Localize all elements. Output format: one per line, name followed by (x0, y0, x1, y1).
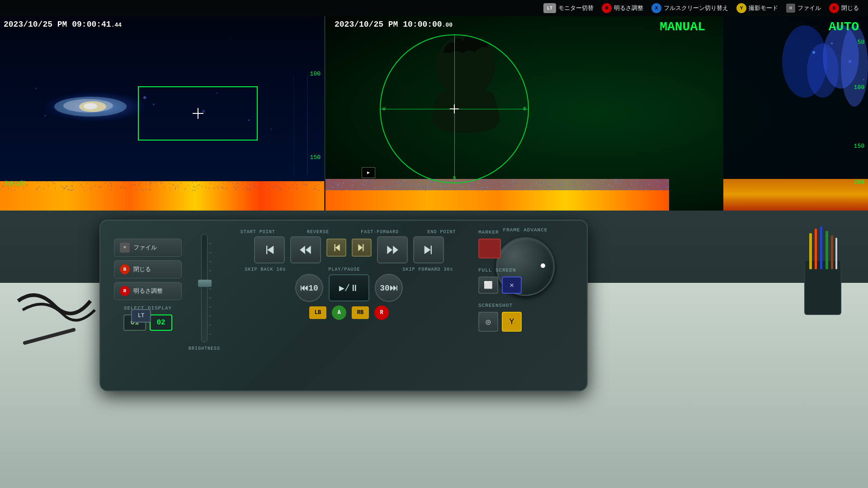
skip-back-small-button[interactable] (326, 239, 346, 257)
lb-button[interactable]: LB (309, 306, 326, 319)
svg-rect-47 (831, 235, 833, 269)
right-play-button[interactable]: ▶ (362, 167, 375, 178)
start-point-label: START POINT (241, 230, 275, 235)
hud-brightness[interactable]: R 明るさ調整 (602, 3, 643, 13)
monitor-left: 2023/10/25 PM 09:00:41.44 100 150 (0, 16, 326, 211)
close-button[interactable]: B 閉じる (114, 260, 182, 278)
fullscreen-label: フルスクリーン切り替え (664, 4, 728, 12)
slider-tick (209, 325, 212, 325)
svg-point-24 (841, 25, 868, 107)
svg-point-26 (831, 42, 833, 44)
svg-rect-43 (809, 233, 812, 269)
b-panel-icon: B (120, 264, 130, 274)
r-transport-button[interactable]: R (374, 305, 389, 320)
scale-50-right: 50 (857, 39, 864, 46)
compass-s: S (453, 175, 456, 181)
start-point-button[interactable] (254, 236, 285, 263)
play-pause-sublabel: PLAY/PAUSE (321, 267, 367, 272)
file-button[interactable]: ≡ ファイル (114, 239, 182, 257)
brightness-label-hud: 明るさ調整 (614, 4, 643, 12)
svg-point-28 (863, 79, 864, 80)
compass-w: W (382, 106, 386, 112)
scale-150-right: 150 (854, 143, 864, 150)
lt-panel-button[interactable]: LT (131, 309, 151, 323)
fullscreen-x-button[interactable]: ✕ (502, 277, 522, 294)
transport-controls: START POINT REVERSE FAST-FORWARD END POI… (227, 230, 471, 323)
fullscreen-buttons: ⬜ ✕ (478, 277, 578, 294)
hud-photo-mode[interactable]: Y 撮影モード (736, 3, 778, 13)
hud-monitor-switch[interactable]: LT モニター切替 (543, 3, 594, 13)
screenshot-section: SCREENSHOT ◎ Y (478, 303, 578, 332)
svg-marker-33 (306, 246, 311, 254)
svg-marker-41 (431, 246, 432, 254)
scale-100-right: 100 (854, 84, 864, 91)
crosshair-right-icon (450, 104, 459, 113)
panel-left: ≡ ファイル B 閉じる R 明るさ調整 SELECT DISPLAY 01 0… (114, 239, 182, 331)
screenshot-camera-button[interactable]: ◎ (478, 312, 498, 332)
y-icon: Y (736, 3, 746, 13)
right-waveform-svg (723, 16, 868, 211)
svg-marker-37 (358, 244, 363, 251)
scale-200-right: 200 (854, 179, 864, 186)
slider-tick (209, 271, 212, 271)
slider-tick (209, 253, 212, 253)
hud-file[interactable]: ≡ ファイル (786, 4, 821, 13)
end-point-button[interactable] (413, 236, 444, 263)
auto-label: AUTO (829, 20, 859, 34)
reverse-button[interactable] (290, 236, 321, 263)
skip-back-button[interactable]: ⏮10 (295, 274, 323, 302)
brightness-button[interactable]: R 明るさ調整 (114, 282, 182, 300)
skip-forward-small-button[interactable] (352, 239, 372, 257)
brightness-slider-track[interactable] (201, 234, 208, 343)
fast-forward-label: FAST-FORWARD (361, 230, 399, 235)
transport-labels: START POINT REVERSE FAST-FORWARD END POI… (227, 230, 471, 235)
selection-box (138, 86, 258, 141)
brightness-slider-handle[interactable] (198, 280, 212, 287)
monitor-right: 2023/10/25 PM 10:00:00.00 MANUAL AUTO (326, 16, 868, 211)
menu-panel-icon: ≡ (120, 243, 130, 253)
monitors-area: 2023/10/25 PM 09:00:41.44 100 150 (0, 16, 868, 211)
lt-icon: LT (543, 3, 556, 13)
left-timestamp: 2023/10/25 PM 09:00:41.44 (4, 20, 122, 29)
slider-tick (209, 316, 212, 316)
svg-point-27 (849, 60, 851, 63)
marker-button[interactable] (478, 239, 501, 258)
display-02-button[interactable]: 02 (150, 314, 172, 331)
desk-cables-svg (9, 233, 99, 369)
screenshot-label: SCREENSHOT (478, 303, 578, 308)
brightness-slider-section: BRIGHTNESS (191, 234, 218, 374)
svg-marker-38 (387, 246, 392, 254)
close-hud-label: 閉じる (841, 4, 859, 12)
svg-rect-48 (835, 238, 837, 269)
fast-forward-button[interactable] (377, 236, 408, 263)
desk-left-items (9, 233, 90, 369)
svg-point-4 (84, 103, 97, 109)
svg-rect-46 (826, 231, 828, 269)
hud-fullscreen[interactable]: X フルスクリーン切り替え (651, 3, 728, 13)
slider-tick (209, 334, 212, 334)
main-transport-row (227, 236, 471, 263)
rb-button[interactable]: RB (352, 306, 369, 319)
compass-e: E (523, 106, 526, 112)
controller-btns-row: LB A RB R (227, 305, 471, 320)
svg-marker-35 (335, 244, 340, 251)
slider-tick (209, 280, 212, 280)
a-button[interactable]: A (332, 305, 346, 320)
svg-marker-40 (425, 246, 431, 254)
desk-area: ≡ ファイル B 閉じる R 明るさ調整 SELECT DISPLAY 01 0… (0, 211, 868, 488)
skip-back-sublabel: SKIP BACK 10s (245, 267, 286, 272)
bottom-shadow-label: 大きな影 (4, 179, 25, 187)
marker-label: MARKER (478, 230, 578, 235)
brightness-control-label: BRIGHTNESS (189, 346, 220, 351)
svg-marker-36 (363, 244, 363, 251)
svg-marker-31 (267, 246, 274, 254)
hud-close[interactable]: B 閉じる (829, 3, 859, 13)
y-screenshot-button[interactable]: Y (502, 312, 522, 332)
slider-tick (209, 307, 212, 307)
play-pause-button[interactable]: ▶/⏸ (329, 274, 369, 301)
transport-sublabels: SKIP BACK 10s PLAY/PAUSE SKIP FORWARD 30… (227, 267, 471, 272)
fullscreen-rect-button[interactable]: ⬜ (478, 277, 498, 294)
svg-marker-32 (300, 246, 305, 254)
skip-forward-button[interactable]: 30⏭ (375, 274, 403, 302)
reverse-label: REVERSE (302, 230, 334, 235)
